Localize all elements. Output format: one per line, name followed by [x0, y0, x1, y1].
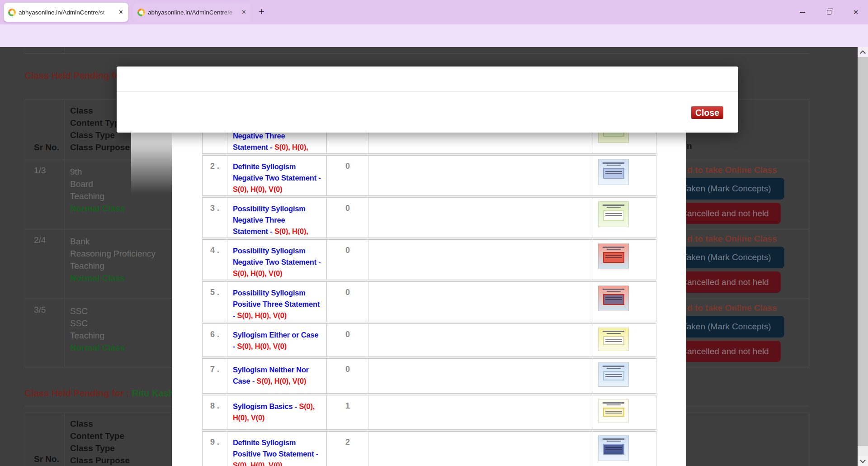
table-border: [25, 53, 809, 54]
site-favicon-icon: [8, 9, 16, 16]
concept-topic-link[interactable]: Possibility Syllogism Positive Three Sta…: [227, 282, 327, 322]
empty-cell: [368, 240, 593, 280]
empty-cell: [368, 359, 593, 393]
row-number: 2 .: [203, 156, 227, 195]
window-minimize-button[interactable]: [796, 7, 809, 17]
row-class-info: Bank Reasoning Proficiency Teaching Norm…: [70, 235, 156, 284]
slide-thumbnail[interactable]: [598, 328, 629, 351]
empty-cell: [368, 432, 593, 466]
browser-scrollbar[interactable]: [858, 47, 868, 466]
close-button[interactable]: Close: [691, 106, 723, 119]
browser-window: abhyasonline.in/AdminCentre/st × abhyaso…: [0, 0, 868, 466]
new-tab-button[interactable]: +: [259, 7, 264, 16]
concept-row: 2 . Definite Syllogism Negative Two Stat…: [202, 155, 656, 196]
thumbnail-cell: [593, 432, 656, 466]
concept-row: 7 . Syllogism Neither Nor Case - S(0), H…: [202, 358, 656, 394]
concept-count: 0: [327, 198, 368, 238]
concept-row: 6 . Syllogism Either or Case - S(0), H(0…: [202, 323, 656, 357]
site-favicon-icon: [137, 9, 145, 16]
slide-thumbnail[interactable]: [598, 201, 629, 227]
thumbnail-cell: [593, 240, 656, 280]
taken-mark-concepts-button[interactable]: Taken (Mark Concepts): [669, 247, 784, 268]
row-sr: 2/4: [34, 235, 46, 245]
window-restore-button[interactable]: [822, 7, 836, 17]
concept-topic-link[interactable]: Definite Syllogism Negative Two Statemen…: [227, 156, 327, 195]
row-number: 4 .: [203, 240, 227, 280]
scrollbar-up-button[interactable]: [858, 47, 868, 57]
row-class-info: SSC SSC Teaching Normal Class: [70, 305, 125, 354]
chevron-down-icon: [860, 457, 866, 463]
empty-cell: [368, 198, 593, 238]
concept-topic-link[interactable]: Syllogism Neither Nor Case - S(0), H(0),…: [227, 359, 327, 393]
tab-close-icon[interactable]: ×: [118, 8, 124, 16]
window-close-button[interactable]: ×: [849, 7, 863, 17]
thumbnail-cell: [593, 395, 656, 429]
concept-row: 5 . Possibility Syllogism Positive Three…: [202, 281, 656, 322]
row-number: 6 .: [203, 324, 227, 357]
empty-cell: [368, 282, 593, 322]
thumbnail-cell: [593, 359, 656, 393]
row-number: 7 .: [203, 359, 227, 393]
table-border: [65, 413, 65, 466]
online-class-heading-fragment: d to take Online Class: [687, 303, 777, 313]
column-header-srno: Sr No.: [34, 453, 59, 465]
slide-thumbnail[interactable]: [598, 362, 629, 387]
concept-row: 9 . Definite Syllogism Positive Two Stat…: [202, 431, 656, 466]
taken-mark-concepts-button[interactable]: Taken (Mark Concepts): [669, 178, 784, 200]
tab-active[interactable]: abhyasonline.in/AdminCentre/st ×: [4, 3, 128, 22]
tab-title: abhyasonline.in/AdminCentre/e: [148, 9, 238, 16]
slide-thumbnail[interactable]: [598, 243, 629, 269]
tab-inactive[interactable]: abhyasonline.in/AdminCentre/e ×: [133, 3, 251, 22]
row-number: 9 .: [203, 432, 227, 466]
tab-close-icon[interactable]: ×: [241, 8, 247, 16]
thumbnail-cell: [593, 324, 656, 357]
thumbnail-cell: [593, 198, 656, 238]
concept-topic-link[interactable]: Possibility Syllogism Negative Two State…: [227, 240, 327, 280]
concept-topic-link[interactable]: Definite Syllogism Positive Two Statemen…: [227, 432, 327, 466]
concept-row: 8 . Syllogism Basics - S(0), H(0), V(0) …: [202, 395, 656, 430]
empty-cell: [368, 324, 593, 357]
slide-thumbnail[interactable]: [598, 435, 629, 461]
concept-count: 0: [327, 282, 368, 322]
empty-cell: [368, 156, 593, 195]
modal-dialog: Close: [117, 67, 738, 133]
section-heading: Class Held Pending for : Ritu Kashy: [25, 388, 179, 399]
row-number: 5 .: [203, 282, 227, 322]
tab-title: abhyasonline.in/AdminCentre/st: [19, 9, 115, 16]
thumbnail-cell: [593, 282, 656, 322]
concepts-table: Definite Syllogism Negative Three Statem…: [202, 113, 656, 466]
taken-mark-concepts-button[interactable]: Taken (Mark Concepts): [669, 316, 784, 338]
concept-count: 0: [327, 324, 368, 357]
column-header-class-info: Class Content Type Class Type Class Purp…: [70, 418, 130, 466]
concept-count: 1: [327, 395, 368, 429]
row-number: 3 .: [203, 198, 227, 238]
chevron-up-icon: [860, 50, 866, 56]
table-border: [25, 47, 25, 54]
concept-row: 4 . Possibility Syllogism Negative Two S…: [202, 239, 656, 280]
row-sr: 3/5: [34, 305, 46, 315]
scrollbar-thumb[interactable]: [858, 57, 868, 446]
slide-thumbnail[interactable]: [598, 159, 629, 185]
slide-thumbnail[interactable]: [598, 399, 629, 423]
slide-thumbnail[interactable]: [598, 285, 629, 311]
concept-topic-link[interactable]: Syllogism Basics - S(0), H(0), V(0): [227, 395, 327, 429]
thumbnail-cell: [593, 156, 656, 195]
row-number: 8 .: [203, 395, 227, 429]
scrollbar-down-button[interactable]: [858, 456, 868, 466]
concept-topic-link[interactable]: Possibility Syllogism Negative Three Sta…: [227, 198, 327, 238]
concept-count: 2: [327, 432, 368, 466]
concept-count: 0: [327, 359, 368, 393]
table-border: [65, 47, 65, 54]
modal-shadow-glow: [131, 133, 172, 194]
concept-topic-link[interactable]: Syllogism Either or Case - S(0), H(0), V…: [227, 324, 327, 357]
column-header-action-fragment: n: [687, 140, 692, 152]
online-class-heading-fragment: d to take Online Class: [687, 165, 777, 175]
row-class-info: 9th Board Teaching Normal Class: [70, 166, 125, 214]
concept-row: 3 . Possibility Syllogism Negative Three…: [202, 197, 656, 238]
table-border: [65, 100, 65, 367]
modal-divider: [117, 91, 738, 92]
tab-bar: abhyasonline.in/AdminCentre/st × abhyaso…: [0, 0, 868, 24]
column-header-srno: Sr No.: [34, 141, 59, 153]
online-class-heading-fragment: d to take Online Class: [687, 234, 777, 244]
row-sr: 1/3: [34, 166, 46, 176]
